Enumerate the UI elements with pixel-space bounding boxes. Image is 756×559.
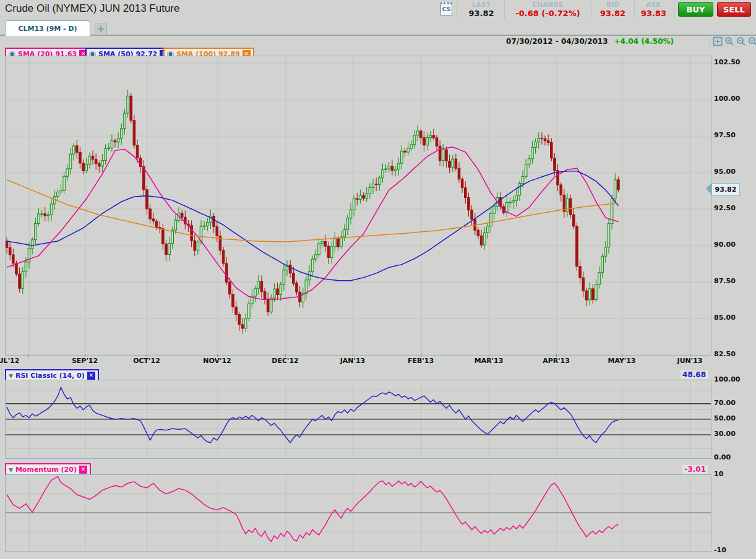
candle xyxy=(515,195,518,201)
candle xyxy=(277,289,279,295)
sell-button[interactable]: SELL xyxy=(717,2,751,17)
candle xyxy=(388,166,390,169)
contract-selector-icon[interactable]: CS xyxy=(440,2,452,15)
candle xyxy=(353,198,355,210)
rsi-axis-label: 30.00 xyxy=(714,430,752,438)
quote-last-label: LAST xyxy=(458,1,504,8)
tab-bar-divider xyxy=(0,35,756,36)
candle xyxy=(608,224,610,247)
close-icon[interactable]: ✕ xyxy=(87,372,95,380)
candle xyxy=(174,220,177,230)
candle xyxy=(588,289,591,300)
candle xyxy=(12,255,14,263)
candle xyxy=(25,262,27,271)
candle xyxy=(98,164,100,166)
quote-bid-label: BID xyxy=(591,1,634,8)
candle xyxy=(95,160,97,164)
add-tab-button[interactable]: + xyxy=(95,23,107,35)
candle xyxy=(366,194,368,198)
rsi-line xyxy=(7,387,618,442)
candle xyxy=(72,146,75,154)
rsi-chart[interactable] xyxy=(5,380,711,459)
zoom-toolbar xyxy=(713,36,756,46)
candle xyxy=(407,148,410,152)
tab-clm13[interactable]: CLM13 (9M - D) xyxy=(5,20,90,36)
candle xyxy=(509,202,512,203)
candle xyxy=(257,281,260,289)
candle xyxy=(235,307,238,314)
candle xyxy=(203,226,205,226)
candle xyxy=(535,142,537,148)
y-axis-label: 85.00 xyxy=(714,314,752,322)
y-axis-label: 95.00 xyxy=(714,168,752,176)
axis-tick xyxy=(28,354,29,357)
zoom-out-icon[interactable] xyxy=(736,36,746,46)
axis-tick xyxy=(421,354,421,357)
candle xyxy=(19,274,21,288)
candle xyxy=(283,270,285,284)
candle xyxy=(554,158,556,171)
candle xyxy=(560,185,562,195)
candle xyxy=(493,206,496,213)
candle xyxy=(541,138,543,139)
candle xyxy=(111,141,113,148)
candle xyxy=(595,284,598,300)
candle xyxy=(426,138,429,145)
candle xyxy=(614,180,616,199)
collapse-triangle-icon[interactable]: ▼ xyxy=(9,467,13,473)
candle xyxy=(576,226,578,267)
quote-ask: ASK 93.83 xyxy=(635,1,672,18)
rsi-axis-label: 0.00 xyxy=(714,453,752,461)
candle xyxy=(423,138,426,145)
candle xyxy=(247,304,250,318)
candle xyxy=(465,188,467,198)
quote-change-value: -0.68 (-0.72%) xyxy=(505,9,591,18)
candle xyxy=(385,169,387,169)
candle xyxy=(31,240,33,249)
candle xyxy=(343,229,346,237)
x-axis-label: OCT'12 xyxy=(128,357,165,365)
quote-change: CHANGE -0.68 (-0.72%) xyxy=(505,1,591,18)
date-range-label: 07/30/2012 - 04/30/2013 xyxy=(506,37,608,46)
momentum-chart[interactable] xyxy=(5,474,711,552)
candle xyxy=(267,299,269,312)
candle xyxy=(512,200,515,202)
zoom-reset-icon[interactable] xyxy=(748,36,756,46)
quote-bid-value: 93.82 xyxy=(591,9,634,18)
candle xyxy=(404,151,406,152)
expand-icon[interactable] xyxy=(713,36,723,46)
candle xyxy=(260,281,263,292)
rsi-label: RSI Classic (14, 0) xyxy=(15,372,85,380)
candle xyxy=(483,233,486,245)
candle xyxy=(471,210,473,220)
axis-tick xyxy=(622,354,622,357)
candle xyxy=(241,325,244,328)
candle xyxy=(375,184,377,184)
candle xyxy=(573,215,575,226)
candle xyxy=(315,255,317,259)
last-price-marker: 93.82 xyxy=(711,183,740,196)
candle xyxy=(452,159,454,167)
axis-tick xyxy=(556,354,557,357)
buy-button[interactable]: BUY xyxy=(678,2,713,17)
close-icon[interactable]: ✕ xyxy=(79,466,87,474)
main-price-chart[interactable] xyxy=(5,56,711,356)
candle xyxy=(439,146,441,160)
collapse-triangle-icon[interactable]: ▼ xyxy=(9,373,13,379)
candle xyxy=(363,195,365,198)
candle xyxy=(127,96,129,113)
candle xyxy=(149,209,152,219)
x-axis-label: DEC'12 xyxy=(267,357,304,365)
candle xyxy=(311,259,314,271)
candle xyxy=(346,218,349,230)
candle xyxy=(9,247,11,255)
y-axis-label: 87.50 xyxy=(714,277,752,285)
x-axis-label: MAR'13 xyxy=(470,357,507,365)
x-axis-label: FEB'13 xyxy=(402,357,439,365)
candle xyxy=(155,221,158,228)
candle xyxy=(92,156,94,159)
momentum-axis-label: -10 xyxy=(714,546,752,554)
zoom-in-icon[interactable] xyxy=(724,36,734,46)
candle xyxy=(161,229,164,244)
candle xyxy=(525,164,527,176)
